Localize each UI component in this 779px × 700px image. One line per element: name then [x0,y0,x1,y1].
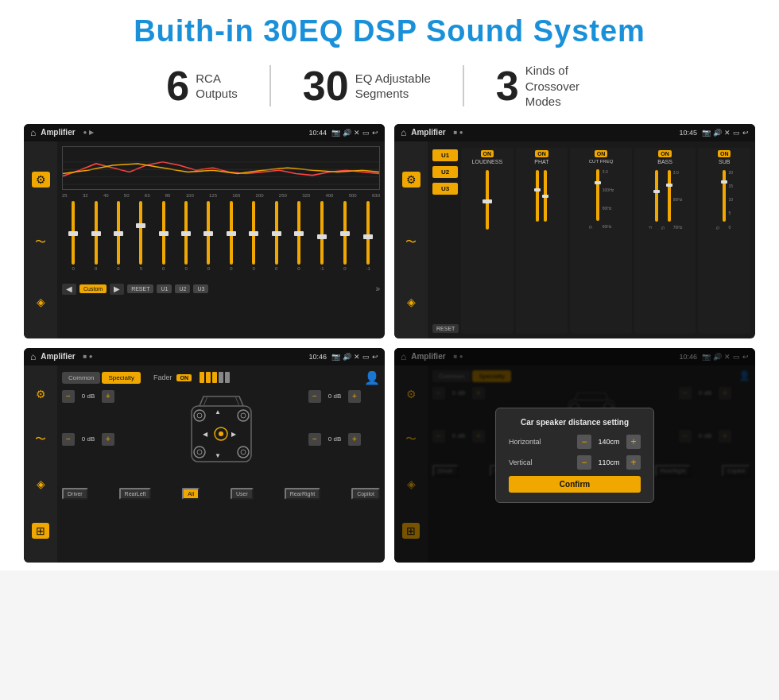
rl-minus-btn[interactable]: − [62,433,75,446]
crossover-screen-inner: ⚙ 〜 ◈ U1 U2 U3 RESET [394,141,755,338]
eq-custom-btn[interactable]: Custom [79,284,107,293]
wave-icon[interactable]: 〜 [35,236,46,247]
svg-point-27 [194,447,205,458]
svg-rect-16 [723,170,726,222]
rr-minus-btn[interactable]: − [308,433,321,446]
bass-on[interactable]: ON [658,150,672,157]
crossover-time: 10:45 [679,129,697,137]
driver-btn[interactable]: Driver [62,488,88,500]
user-btn[interactable]: User [231,488,254,500]
fader-time: 10:46 [308,353,327,361]
rl-plus-btn[interactable]: + [102,433,114,446]
rearleft-btn[interactable]: RearLeft [119,488,152,500]
crossover-eq-icon[interactable]: ⚙ [402,172,421,188]
fl-minus-btn[interactable]: − [62,390,75,403]
eq-graph [62,146,380,190]
eq-next-btn[interactable]: ▶ [110,284,124,295]
stat-eq-label: EQ AdjustableSegments [355,71,431,102]
crossover-vol-icon[interactable]: ◈ [407,296,416,307]
copilot-btn[interactable]: Copilot [351,488,380,500]
stat-crossover-number: 3 [496,65,519,106]
eq-top-bar: ⌂ Amplifier ● ▶ 10:44 📷🔊✕▭↩ [24,124,385,141]
rr-plus-btn[interactable]: + [348,433,361,446]
left-speaker-col: − 0 dB + − 0 dB + [62,390,134,481]
stat-eq: 30 EQ AdjustableSegments [271,65,464,106]
eq-main: 253240 506380 100125160 200250320 400500… [57,141,385,338]
svg-rect-7 [534,188,541,191]
fader-wave-icon[interactable]: 〜 [35,433,46,444]
rr-db-val: 0 dB [323,435,347,443]
fr-plus-btn[interactable]: + [348,390,361,403]
svg-point-25 [238,410,249,421]
fader-title: Amplifier [41,352,75,361]
sub-on[interactable]: ON [718,150,731,157]
svg-rect-14 [668,170,671,222]
home-icon-2[interactable]: ⌂ [401,127,406,138]
eq-slider-1: 0 [72,201,75,280]
crossover-wave-icon[interactable]: 〜 [405,236,417,247]
fader-main: Common Specialty Fader ON 👤 [57,365,385,563]
fader-sidebar: ⚙ 〜 ◈ ⊞ [24,365,57,563]
loudness-on[interactable]: ON [481,150,494,157]
horizontal-minus-btn[interactable]: − [577,435,591,449]
fader-dots: ■ ● [83,353,93,360]
eq-reset-btn[interactable]: RESET [127,284,153,293]
svg-text:◀: ◀ [203,431,208,438]
fader-status-icons: 📷🔊✕▭↩ [331,353,378,361]
phat-on[interactable]: ON [535,150,548,157]
tab-specialty[interactable]: Specialty [102,372,140,384]
fr-minus-btn[interactable]: − [308,390,321,403]
horizontal-plus-btn[interactable]: + [626,435,641,449]
dialog-screen: ⌂ Amplifier ■ ● 10:46 📷🔊✕▭↩ ⚙ 〜 ◈ ⊞ [394,348,755,563]
expand-icon[interactable]: » [375,284,380,293]
svg-point-30 [241,450,246,454]
cross-reset-btn[interactable]: RESET [432,324,459,333]
horizontal-label: Horizontal [509,438,541,446]
crossover-dots: ■ ● [454,129,463,136]
crossover-main: U1 U2 U3 RESET ON LOUDNES [428,141,755,338]
home-icon[interactable]: ⌂ [30,127,36,138]
rearright-btn[interactable]: RearRight [285,488,321,500]
dialog-overlay: Car speaker distance setting Horizontal … [394,348,755,563]
all-btn[interactable]: All [182,488,200,500]
fl-db-val: 0 dB [76,393,100,400]
eq-time: 10:44 [308,129,327,137]
eq-dots: ● ▶ [83,129,94,136]
home-icon-3[interactable]: ⌂ [30,351,36,362]
person-icon[interactable]: 👤 [364,370,380,385]
fader-eq-icon[interactable]: ⚙ [36,389,46,400]
svg-text:▲: ▲ [215,408,221,416]
stat-crossover: 3 Kinds ofCrossover Modes [464,63,645,110]
volume-icon[interactable]: ◈ [37,296,45,307]
eq-icon[interactable]: ⚙ [32,172,50,188]
fader-vol-icon[interactable]: ◈ [37,478,45,489]
vertical-control: − 110cm + [577,455,641,470]
cutfreq-on[interactable]: ON [595,150,608,157]
fader-label: Fader [153,373,172,381]
fl-plus-btn[interactable]: + [102,390,114,403]
vertical-plus-btn[interactable]: + [626,455,641,470]
svg-text:▶: ▶ [231,431,237,438]
fader-spk-icon[interactable]: ⊞ [32,523,49,539]
confirm-button[interactable]: Confirm [509,476,641,493]
eq-u2-btn[interactable]: U2 [175,284,190,293]
cutfreq-label: CUT FREQ [589,159,614,164]
fr-db-val: 0 dB [323,393,347,400]
eq-u1-btn[interactable]: U1 [157,284,172,293]
eq-u3-btn[interactable]: U3 [193,284,208,293]
rl-db-control: − 0 dB + [62,433,134,446]
eq-prev-btn[interactable]: ◀ [62,284,76,295]
cross-u1-btn[interactable]: U1 [432,149,458,161]
svg-rect-10 [596,169,599,221]
stat-rca-number: 6 [166,65,189,106]
cross-u3-btn[interactable]: U3 [432,183,458,195]
horizontal-control: − 140cm + [577,435,641,449]
crossover-status-icons: 📷🔊✕▭↩ [702,129,749,137]
fader-on-badge[interactable]: ON [176,374,192,381]
crossover-sidebar: ⚙ 〜 ◈ [394,141,428,338]
stats-row: 6 RCAOutputs 30 EQ AdjustableSegments 3 … [24,63,755,110]
tab-common[interactable]: Common [62,372,100,384]
cross-u2-btn[interactable]: U2 [432,166,458,178]
vertical-minus-btn[interactable]: − [577,455,591,470]
eq-sliders: 0 0 0 5 [62,201,380,280]
